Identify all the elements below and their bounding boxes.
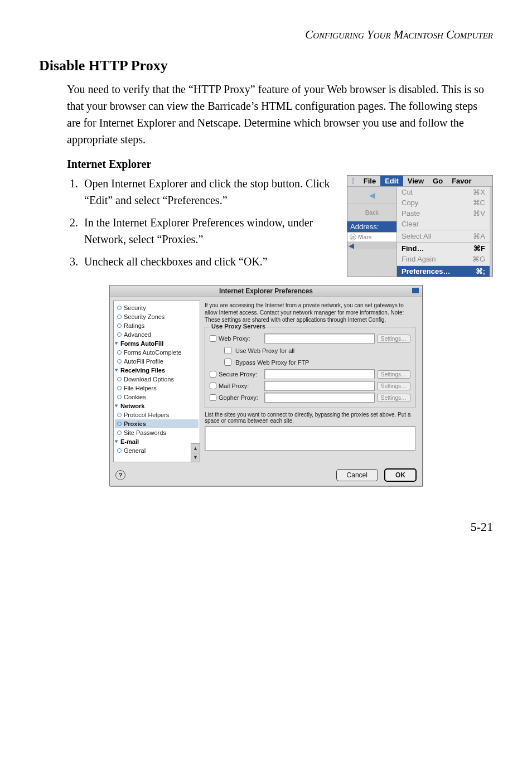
web-proxy-checkbox[interactable]	[210, 335, 216, 342]
secure-proxy-settings-button[interactable]: Settings…	[377, 370, 410, 379]
sidebar-item-general[interactable]: General	[115, 446, 199, 455]
dialog-footer: ? Cancel OK	[110, 466, 422, 486]
scroll-up-icon[interactable]: ▲	[191, 444, 200, 453]
menubar:  File Edit View Go Favor	[347, 176, 492, 187]
step-3: Uncheck all checkboxes and click “OK.”	[81, 253, 339, 270]
subsection-title: Internet Explorer	[67, 158, 493, 171]
mail-proxy-label: Mail Proxy:	[219, 383, 262, 389]
bypass-description: List the sites you want to connect to di…	[205, 412, 415, 424]
use-web-all-checkbox[interactable]	[224, 347, 231, 354]
sidebar-group-email[interactable]: E-mail	[115, 437, 199, 446]
web-proxy-label: Web Proxy:	[219, 335, 262, 342]
sidebar-group-network[interactable]: Network	[115, 401, 199, 410]
web-proxy-settings-button[interactable]: Settings…	[377, 335, 410, 343]
prefs-description: If you are accessing the Internet from a…	[205, 302, 415, 323]
page-number: 5-21	[39, 520, 493, 534]
section-title: Disable HTTP Proxy	[39, 57, 493, 74]
back-label-cell: Back	[347, 204, 396, 221]
sidebar-item-autofill-profile[interactable]: AutoFill Profile	[115, 357, 199, 366]
sidebar-item-forms-autocomplete[interactable]: Forms AutoComplete	[115, 348, 199, 357]
edit-dropdown: Cut⌘X Copy⌘C Paste⌘V Clear Select All⌘A …	[397, 187, 490, 277]
tab-handle[interactable]: ◀	[347, 241, 396, 249]
chapter-header: Configuring Your Macintosh Computer	[39, 28, 493, 42]
apple-menu-icon[interactable]: 	[347, 176, 359, 186]
sidebar-item-download-options[interactable]: Download Options	[115, 375, 199, 384]
bypass-ftp-label: Bypass Web Proxy for FTP	[235, 359, 309, 366]
back-button[interactable]: ◀	[347, 187, 396, 204]
menu-item-copy[interactable]: Copy⌘C	[397, 197, 490, 208]
toolbar-column: ◀ Back Address: @ Mars ◀	[347, 187, 397, 277]
help-icon[interactable]: ?	[115, 470, 125, 480]
bypass-ftp-checkbox[interactable]	[224, 359, 231, 366]
address-label: Address:	[347, 221, 396, 233]
use-web-all-row: Use Web Proxy for all	[222, 345, 410, 356]
address-value: Mars	[358, 234, 371, 240]
sidebar-item-site-passwords[interactable]: Site Passwords	[115, 428, 199, 437]
tab-arrow-icon: ◀	[349, 241, 354, 250]
step-1: Open Internet Explorer and click the sto…	[81, 175, 339, 209]
at-icon: @	[350, 234, 356, 240]
sidebar-scrollbar[interactable]: ▲ ▼	[191, 443, 200, 462]
menu-item-find-again[interactable]: Find Again⌘G	[397, 254, 490, 264]
step-2: In the Internet Explorer Preferences win…	[81, 214, 339, 248]
steps-area: Open Internet Explorer and click the sto…	[39, 175, 493, 277]
sidebar-item-protocol-helpers[interactable]: Protocol Helpers	[115, 410, 199, 419]
sidebar-group-receiving-files[interactable]: Receiving Files	[115, 366, 199, 375]
menu-item-find[interactable]: Find…⌘F	[397, 243, 490, 254]
gopher-proxy-row: Gopher Proxy: Settings…	[210, 393, 410, 403]
sidebar-item-security-zones[interactable]: Security Zones	[115, 312, 199, 321]
menu-separator	[397, 265, 490, 265]
menu-separator	[397, 242, 490, 243]
steps-list: Open Internet Explorer and click the sto…	[67, 175, 339, 275]
menu-item-preferences[interactable]: Preferences…⌘;	[397, 266, 490, 277]
menu-edit[interactable]: Edit	[380, 176, 403, 186]
bypass-ftp-row: Bypass Web Proxy for FTP	[222, 357, 410, 367]
edit-menu-screenshot:  File Edit View Go Favor ◀ Back Address…	[347, 175, 493, 277]
web-proxy-row: Web Proxy: Settings…	[210, 333, 410, 344]
gopher-proxy-checkbox[interactable]	[210, 394, 216, 401]
cancel-button[interactable]: Cancel	[336, 469, 378, 481]
menu-view[interactable]: View	[403, 176, 428, 186]
back-icon: ◀	[369, 191, 375, 200]
sidebar-item-proxies[interactable]: Proxies	[115, 419, 199, 428]
gopher-proxy-field[interactable]	[264, 393, 375, 403]
intro-paragraph: You need to verify that the “HTTP Proxy”…	[67, 81, 493, 148]
sidebar-group-forms-autofill[interactable]: Forms AutoFill	[115, 339, 199, 348]
use-proxy-fieldset: Use Proxy Servers Web Proxy: Settings… U…	[205, 327, 415, 408]
sidebar-item-security[interactable]: Security	[115, 303, 199, 312]
menu-file[interactable]: File	[359, 176, 380, 186]
sidebar-item-file-helpers[interactable]: File Helpers	[115, 384, 199, 393]
menu-item-clear[interactable]: Clear	[397, 219, 490, 229]
mail-proxy-settings-button[interactable]: Settings…	[377, 382, 410, 390]
address-field[interactable]: @ Mars	[347, 233, 396, 241]
sidebar-item-ratings[interactable]: Ratings	[115, 321, 199, 330]
preferences-dialog: Internet Explorer Preferences Security S…	[109, 285, 423, 486]
use-proxy-legend: Use Proxy Servers	[210, 323, 267, 330]
menu-item-paste[interactable]: Paste⌘V	[397, 208, 490, 219]
use-web-all-label: Use Web Proxy for all	[235, 347, 294, 354]
menu-favorites[interactable]: Favor	[447, 176, 476, 186]
ok-button[interactable]: OK	[384, 468, 417, 482]
menu-item-cut[interactable]: Cut⌘X	[397, 187, 490, 197]
secure-proxy-row: Secure Proxy: Settings…	[210, 369, 410, 379]
mail-proxy-checkbox[interactable]	[210, 383, 216, 389]
gopher-proxy-settings-button[interactable]: Settings…	[377, 394, 410, 402]
menu-item-select-all[interactable]: Select All⌘A	[397, 231, 490, 241]
secure-proxy-field[interactable]	[264, 369, 375, 379]
bypass-list-field[interactable]	[205, 426, 415, 451]
mail-proxy-field[interactable]	[264, 381, 375, 391]
secure-proxy-label: Secure Proxy:	[219, 371, 262, 378]
prefs-sidebar[interactable]: Security Security Zones Ratings Advanced…	[113, 301, 200, 462]
footer-buttons: Cancel OK	[332, 471, 417, 479]
gopher-proxy-label: Gopher Proxy:	[219, 394, 262, 401]
sidebar-item-advanced[interactable]: Advanced	[115, 330, 199, 339]
scroll-down-icon[interactable]: ▼	[191, 453, 200, 462]
menu-go[interactable]: Go	[428, 176, 447, 186]
secure-proxy-checkbox[interactable]	[210, 371, 216, 378]
sidebar-item-cookies[interactable]: Cookies	[115, 393, 199, 401]
web-proxy-field[interactable]	[264, 333, 375, 344]
menu-separator	[397, 230, 490, 230]
mail-proxy-row: Mail Proxy: Settings…	[210, 381, 410, 391]
dialog-title: Internet Explorer Preferences	[110, 286, 422, 297]
dialog-body: Security Security Zones Ratings Advanced…	[110, 297, 422, 466]
